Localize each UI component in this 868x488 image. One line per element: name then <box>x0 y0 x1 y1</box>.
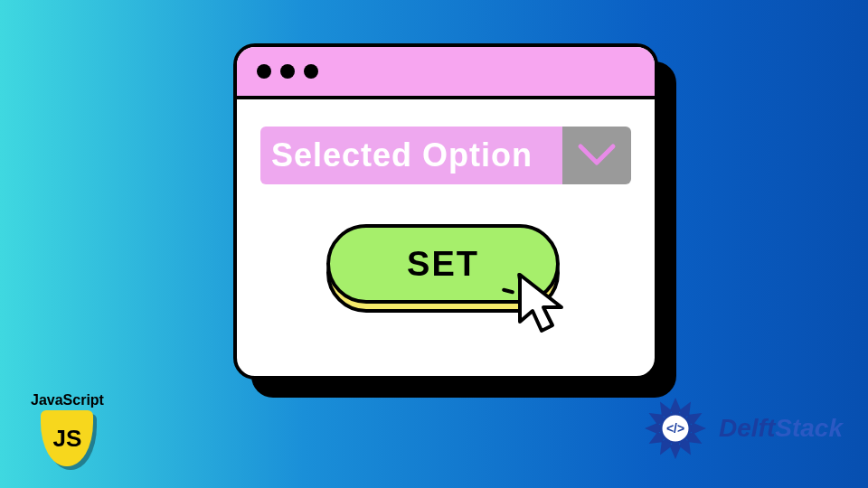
browser-window-illustration: Selected Option SET <box>233 43 658 380</box>
window-titlebar <box>237 47 655 99</box>
select-dropdown[interactable]: Selected Option <box>260 127 631 184</box>
window-body: Selected Option SET <box>237 99 655 313</box>
select-label: Selected Option <box>260 127 562 184</box>
svg-text:</>: </> <box>666 421 684 436</box>
select-toggle-button[interactable] <box>562 127 631 184</box>
js-shield-icon: JS <box>41 410 93 466</box>
traffic-dot-icon <box>304 64 318 79</box>
delft-suffix: Stack <box>775 414 843 442</box>
window-frame: Selected Option SET <box>233 43 658 380</box>
chevron-down-icon <box>577 143 617 168</box>
delft-prefix: Delft <box>719 414 775 442</box>
traffic-dot-icon <box>280 64 295 79</box>
delftstack-logo: </> DelftStack <box>639 392 843 465</box>
javascript-badge: JavaScript JS <box>31 392 104 466</box>
set-button-wrap: SET <box>326 224 565 313</box>
cursor-icon <box>514 271 572 338</box>
traffic-dot-icon <box>257 64 271 79</box>
set-button-label: SET <box>407 245 479 284</box>
delftstack-text: DelftStack <box>719 414 843 443</box>
js-shield-text: JS <box>53 425 82 453</box>
mandala-icon: </> <box>639 392 712 465</box>
javascript-label: JavaScript <box>31 392 104 408</box>
